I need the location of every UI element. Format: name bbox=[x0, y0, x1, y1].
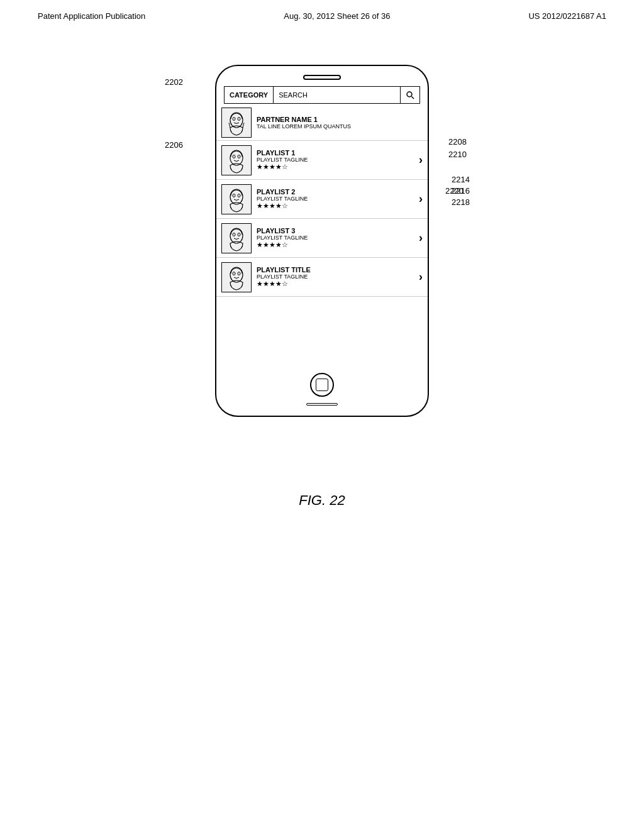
playlist-2-stars: ★★★★☆ bbox=[257, 202, 416, 210]
svg-line-5 bbox=[229, 123, 230, 128]
playlist-2-tagline: PLAYLIST TAGLINE bbox=[257, 196, 416, 202]
svg-point-17 bbox=[233, 272, 235, 275]
playlist-4-chevron: › bbox=[419, 270, 423, 284]
main-content: 2202 2206 2208 2210 2214 2216 2218 2220 … bbox=[0, 27, 644, 417]
playlist-1-title: PLAYLIST 1 bbox=[257, 149, 416, 157]
partner-subtitle: TAL LINE LOREM IPSUM QUANTUS bbox=[257, 123, 423, 130]
partner-title: PARTNER NAME 1 bbox=[257, 116, 423, 123]
playlist-3-avatar bbox=[221, 223, 252, 253]
playlist-4-avatar bbox=[221, 262, 252, 292]
partner-content: PARTNER NAME 1 TAL LINE LOREM IPSUM QUAN… bbox=[257, 116, 423, 130]
search-tab[interactable]: SEARCH bbox=[274, 87, 401, 103]
playlist-3-stars: ★★★★☆ bbox=[257, 241, 416, 249]
svg-point-0 bbox=[407, 92, 412, 97]
playlist-1-stars: ★★★★☆ bbox=[257, 163, 416, 171]
phone-frame: CATEGORY SEARCH bbox=[215, 65, 429, 417]
playlist-1-content: PLAYLIST 1 PLAYLIST TAGLINE ★★★★☆ bbox=[257, 149, 416, 171]
playlist-item-1[interactable]: PLAYLIST 1 PLAYLIST TAGLINE ★★★★☆ › bbox=[216, 141, 428, 180]
patent-header: Patent Application Publication Aug. 30, … bbox=[0, 0, 644, 27]
playlist-2-content: PLAYLIST 2 PLAYLIST TAGLINE ★★★★☆ bbox=[257, 188, 416, 210]
label-2206: 2206 bbox=[165, 140, 183, 150]
header-right: US 2012/0221687 A1 bbox=[528, 11, 606, 21]
playlist-item-2[interactable]: PLAYLIST 2 PLAYLIST TAGLINE ★★★★☆ › bbox=[216, 180, 428, 219]
label-2210: 2210 bbox=[448, 150, 467, 159]
playlist-item-4[interactable]: PLAYLIST TITLE PLAYLIST TAGLINE ★★★★☆ › bbox=[216, 258, 428, 297]
playlist-item-3[interactable]: PLAYLIST 3 PLAYLIST TAGLINE ★★★★☆ › bbox=[216, 219, 428, 258]
search-bar[interactable]: CATEGORY SEARCH bbox=[224, 86, 420, 104]
playlist-4-stars: ★★★★☆ bbox=[257, 280, 416, 288]
playlist-1-chevron: › bbox=[419, 153, 423, 167]
svg-point-3 bbox=[233, 118, 235, 121]
search-bar-area: CATEGORY SEARCH bbox=[216, 86, 428, 104]
playlist-3-content: PLAYLIST 3 PLAYLIST TAGLINE ★★★★☆ bbox=[257, 227, 416, 249]
playlist-3-tagline: PLAYLIST TAGLINE bbox=[257, 235, 416, 241]
partner-list-item[interactable]: PARTNER NAME 1 TAL LINE LOREM IPSUM QUAN… bbox=[216, 105, 428, 141]
playlist-4-content: PLAYLIST TITLE PLAYLIST TAGLINE ★★★★☆ bbox=[257, 266, 416, 288]
search-icon[interactable] bbox=[401, 87, 419, 103]
svg-point-4 bbox=[238, 118, 240, 121]
label-2202: 2202 bbox=[165, 77, 183, 87]
phone-bottom bbox=[216, 367, 428, 416]
playlist-1-avatar bbox=[221, 145, 252, 175]
playlist-3-chevron: › bbox=[419, 231, 423, 245]
svg-point-11 bbox=[233, 194, 235, 197]
svg-line-6 bbox=[243, 123, 244, 128]
svg-line-1 bbox=[412, 97, 414, 99]
svg-point-14 bbox=[233, 233, 235, 236]
category-tab[interactable]: CATEGORY bbox=[225, 87, 274, 103]
home-bar bbox=[306, 403, 338, 406]
svg-point-9 bbox=[238, 155, 240, 158]
header-middle: Aug. 30, 2012 Sheet 26 of 36 bbox=[284, 11, 390, 21]
label-2218: 2218 bbox=[452, 197, 470, 207]
svg-point-18 bbox=[238, 272, 240, 275]
svg-point-15 bbox=[238, 233, 240, 236]
home-button[interactable] bbox=[310, 373, 334, 397]
label-2220: 2220 bbox=[445, 186, 464, 196]
svg-point-12 bbox=[238, 194, 240, 197]
playlist-4-tagline: PLAYLIST TAGLINE bbox=[257, 274, 416, 280]
list-container: PARTNER NAME 1 TAL LINE LOREM IPSUM QUAN… bbox=[216, 105, 428, 367]
header-left: Patent Application Publication bbox=[38, 11, 145, 21]
partner-avatar bbox=[221, 108, 252, 138]
label-2214: 2214 bbox=[452, 175, 470, 184]
playlist-1-tagline: PLAYLIST TAGLINE bbox=[257, 157, 416, 163]
playlist-4-title: PLAYLIST TITLE bbox=[257, 266, 416, 274]
figure-caption: FIG. 22 bbox=[299, 492, 345, 509]
svg-point-8 bbox=[233, 155, 235, 158]
playlist-2-title: PLAYLIST 2 bbox=[257, 188, 416, 196]
phone-speaker bbox=[303, 75, 341, 80]
playlist-2-avatar bbox=[221, 184, 252, 214]
playlist-3-title: PLAYLIST 3 bbox=[257, 227, 416, 235]
bottom-section: FIG. 22 bbox=[0, 467, 644, 509]
phone-wrapper: 2202 2206 2208 2210 2214 2216 2218 2220 … bbox=[215, 65, 429, 417]
label-2208: 2208 bbox=[448, 137, 467, 147]
home-button-inner bbox=[316, 379, 328, 391]
playlist-2-chevron: › bbox=[419, 192, 423, 206]
